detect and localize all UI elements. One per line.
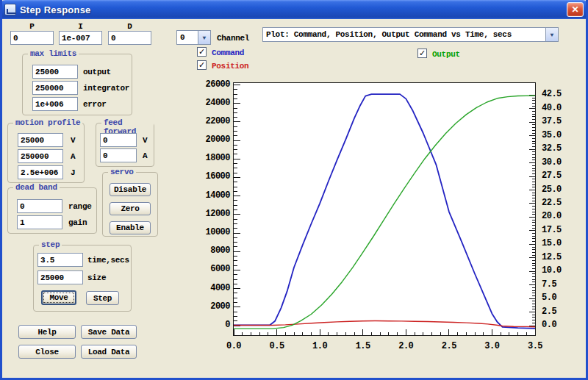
axis-tick-label: 2.5: [542, 306, 556, 317]
axis-tick-label: 35.0: [542, 130, 562, 140]
max-error-label: error: [83, 100, 107, 109]
check-icon: ✓: [198, 47, 205, 57]
group-title: max limits: [28, 49, 79, 58]
axis-tick-label: 0.0: [219, 341, 248, 351]
group-feed-forward: feed forward V A: [96, 123, 154, 167]
ff-velocity-input[interactable]: [100, 133, 137, 147]
window-title: Step Response: [20, 4, 567, 15]
axis-tick-label: 1.0: [305, 341, 334, 351]
axis-tick-label: 0.5: [262, 341, 292, 351]
save-data-button[interactable]: Save Data: [81, 325, 137, 339]
chevron-down-icon: ▼: [545, 28, 558, 41]
max-output-input[interactable]: [32, 65, 78, 79]
profile-accel-input[interactable]: [18, 149, 63, 163]
axis-tick-label: 2000: [187, 301, 230, 312]
plot-select-value: Plot: Command, Position, Output Command …: [263, 28, 545, 41]
close-button[interactable]: ✕: [567, 2, 584, 17]
axis-tick-label: 7.5: [542, 279, 556, 290]
axis-tick-label: 20000: [187, 135, 230, 145]
plot-area: [233, 82, 536, 336]
axis-tick-label: 25.0: [542, 184, 562, 195]
command-checkbox[interactable]: ✓: [197, 47, 207, 57]
axis-tick-label: 0.0: [542, 320, 556, 330]
max-error-input[interactable]: [32, 97, 78, 111]
p-input[interactable]: [10, 31, 54, 45]
profile-jerk-label: J: [71, 168, 75, 177]
close-dialog-button[interactable]: Close: [18, 345, 76, 359]
p-label: P: [10, 22, 54, 31]
step-size-label: size: [87, 273, 106, 282]
axis-tick-label: 37.5: [542, 116, 562, 126]
command-series: [234, 94, 535, 329]
axis-tick-label: 16000: [187, 171, 230, 182]
group-title: dead band: [13, 183, 60, 192]
step-response-window: Step Response ✕ P I D 0 ▼ Channel Plot: …: [0, 0, 588, 380]
step-time-input[interactable]: [37, 253, 83, 267]
d-input[interactable]: [108, 31, 151, 45]
disable-button[interactable]: Disable: [110, 183, 151, 196]
axis-tick-label: 12000: [187, 209, 230, 219]
move-button[interactable]: Move: [41, 290, 76, 305]
step-size-input[interactable]: [37, 270, 83, 284]
ff-accel-input[interactable]: [100, 148, 137, 162]
channel-select[interactable]: 0 ▼: [176, 30, 211, 45]
app-icon[interactable]: [4, 4, 16, 15]
axis-tick-label: 3.0: [477, 341, 506, 351]
max-integrator-label: integrator: [83, 84, 129, 93]
profile-velocity-input[interactable]: [18, 133, 63, 147]
group-max-limits: max limits output integrator error: [22, 54, 132, 115]
axis-tick-label: 10000: [187, 227, 230, 237]
check-icon: ✓: [419, 49, 426, 58]
channel-value: 0: [177, 31, 198, 44]
check-icon: ✓: [198, 60, 205, 70]
i-input[interactable]: [59, 31, 102, 45]
axis-tick-label: 24000: [187, 98, 230, 108]
axis-tick-label: 40.0: [542, 103, 562, 113]
profile-accel-label: A: [71, 152, 75, 161]
output-label[interactable]: Output: [432, 50, 460, 59]
profile-velocity-label: V: [71, 136, 75, 145]
deadband-range-input[interactable]: [17, 199, 62, 213]
axis-tick-label: 14000: [187, 190, 230, 201]
axis-tick-label: 30.0: [542, 157, 562, 168]
channel-label: Channel: [217, 34, 249, 43]
close-icon: ✕: [571, 4, 578, 15]
axis-tick-label: 17.5: [542, 225, 562, 235]
max-integrator-input[interactable]: [32, 81, 78, 95]
step-time-label: time,secs: [87, 256, 129, 265]
output-checkbox[interactable]: ✓: [417, 49, 427, 58]
axis-tick-label: 6000: [187, 264, 230, 274]
axis-tick-label: 10.0: [542, 265, 562, 276]
command-label[interactable]: Command: [212, 49, 244, 57]
group-title: motion profile: [13, 118, 82, 127]
axis-tick-label: 32.5: [542, 143, 562, 154]
axis-tick-label: 27.5: [542, 171, 562, 181]
group-title: step: [39, 240, 62, 249]
profile-jerk-input[interactable]: [18, 165, 63, 179]
d-label: D: [108, 22, 151, 31]
help-button[interactable]: Help: [18, 325, 76, 339]
plot-select[interactable]: Plot: Command, Position, Output Command …: [262, 27, 559, 42]
max-output-label: output: [83, 68, 111, 76]
axis-tick-label: 22.5: [542, 198, 562, 208]
axis-tick-label: 20.0: [542, 211, 562, 221]
load-data-button[interactable]: Load Data: [81, 345, 137, 359]
deadband-gain-label: gain: [68, 218, 87, 227]
title-bar: Step Response ✕: [0, 0, 588, 19]
axis-tick-label: 42.5: [542, 89, 562, 99]
zero-button[interactable]: Zero: [110, 202, 151, 215]
enable-button[interactable]: Enable: [110, 221, 151, 234]
axis-tick-label: 12.5: [542, 252, 562, 262]
ff-velocity-label: V: [143, 136, 147, 145]
plot-canvas: [234, 83, 535, 335]
step-button[interactable]: Step: [86, 291, 119, 305]
group-servo: servo Disable Zero Enable: [102, 172, 158, 237]
output-series: [234, 96, 535, 329]
ff-accel-label: A: [143, 151, 147, 160]
deadband-gain-input[interactable]: [17, 215, 62, 229]
axis-tick-label: 4000: [187, 283, 230, 293]
axis-tick-label: 3.5: [520, 341, 550, 351]
position-checkbox[interactable]: ✓: [197, 60, 207, 70]
position-label[interactable]: Position: [212, 62, 248, 71]
group-motion-profile: motion profile V A J: [7, 123, 85, 183]
